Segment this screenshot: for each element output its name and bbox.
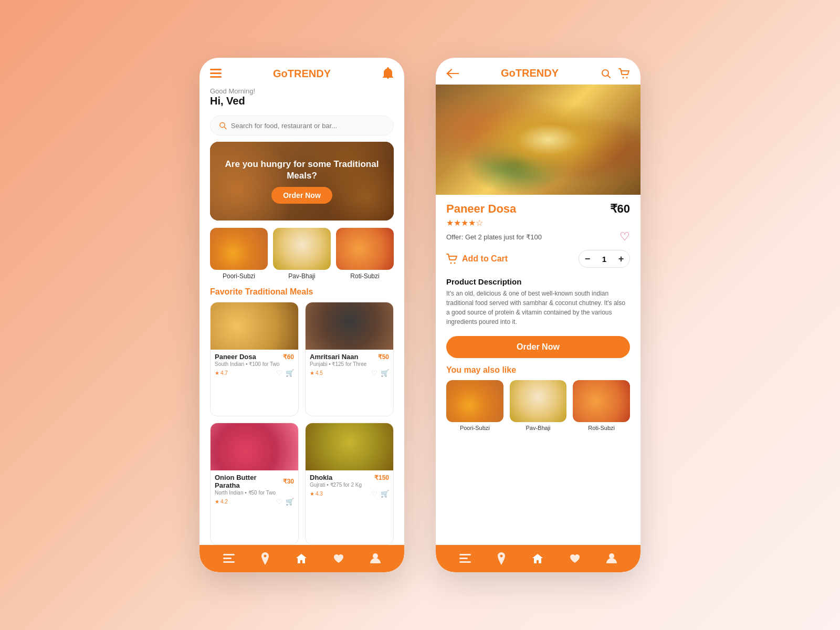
svg-point-11 [622, 77, 624, 78]
quantity-decrease[interactable]: − [579, 250, 596, 267]
meal-card-naan[interactable]: Amritsari Naan ₹50 Punjabi • ₹125 for Th… [305, 302, 394, 416]
nav-profile-left[interactable] [370, 553, 381, 564]
add-to-cart-button[interactable]: Add to Cart [446, 254, 508, 264]
nav-heart-left[interactable] [333, 553, 344, 564]
banner: Are you hungry for some Traditional Meal… [210, 142, 394, 220]
meal-rating-dosa: ★ 4.7 [215, 370, 228, 376]
bottom-nav-right [436, 545, 640, 572]
wish-naan[interactable]: ♡ [371, 369, 377, 377]
right-phone: GoTRENDY Paneer Dosa [436, 58, 640, 572]
wishlist-btn[interactable]: ♡ [620, 230, 630, 244]
svg-point-13 [450, 262, 452, 264]
cart-naan[interactable]: 🛒 [381, 369, 389, 377]
product-image [436, 85, 640, 195]
search-input[interactable] [231, 122, 385, 130]
category-label-pav: Pav-Bhaji [288, 272, 315, 280]
cart-dosa[interactable]: 🛒 [286, 369, 294, 377]
banner-cta[interactable]: Order Now [271, 187, 332, 204]
svg-line-4 [224, 127, 226, 129]
right-app-logo: GoTRENDY [501, 67, 559, 79]
wish-dosa[interactable]: ♡ [276, 369, 282, 377]
meal-card-dosa[interactable]: Paneer Dosa ₹60 South Indian • ₹100 for … [210, 302, 299, 416]
nav-menu-right[interactable] [459, 554, 471, 563]
back-icon[interactable] [446, 69, 459, 78]
meal-sub-naan: Punjabi • ₹125 for Three [310, 361, 389, 367]
you-like-img-pav [510, 380, 567, 422]
quantity-increase[interactable]: + [613, 250, 629, 267]
greeting: Good Morning! Hi, Ved [200, 85, 404, 111]
search-icon-right[interactable] [601, 68, 611, 79]
svg-rect-2 [210, 76, 222, 78]
left-header: GoTRENDY [200, 58, 404, 85]
category-item-poori[interactable]: Poori-Subzi [210, 228, 268, 280]
meal-name-dhokla: Dhokla [310, 474, 332, 481]
meal-sub-dhokla: Gujrati • ₹275 for 2 Kg [310, 482, 389, 488]
meal-card-dhokla[interactable]: Dhokla ₹150 Gujrati • ₹275 for 2 Kg ★ 4.… [305, 423, 394, 545]
wish-paratha[interactable]: ♡ [276, 498, 282, 506]
you-like-roti[interactable]: Roti-Subzi [573, 380, 630, 431]
meal-name-paratha: Onion Butter Paratha [215, 474, 283, 489]
nav-location-right[interactable] [497, 552, 506, 565]
cart-dhokla[interactable]: 🛒 [381, 490, 389, 498]
bottom-nav-left [200, 545, 404, 572]
search-bar[interactable] [210, 116, 394, 135]
meals-grid: Paneer Dosa ₹60 South Indian • ₹100 for … [200, 302, 404, 545]
nav-menu-left[interactable] [223, 554, 235, 563]
you-like-row: Poori-Subzi Pav-Bhaji Roti-Subzi [446, 380, 630, 431]
meal-rating-paratha: ★ 4.2 [215, 499, 228, 505]
meal-img-naan [306, 302, 393, 350]
you-like-poori[interactable]: Poori-Subzi [446, 380, 503, 431]
desc-body: It's an old, delicious & one of best wel… [446, 289, 630, 327]
nav-home-left[interactable] [296, 553, 307, 564]
you-like-img-poori [446, 380, 503, 422]
search-icon [219, 121, 227, 130]
svg-point-14 [454, 262, 456, 264]
offer-text: Offer: Get 2 plates just for ₹100 [446, 233, 542, 241]
meal-price-dhokla: ₹150 [374, 474, 389, 481]
wish-dhokla[interactable]: ♡ [371, 490, 377, 498]
nav-heart-right[interactable] [569, 553, 581, 564]
add-to-cart-row: Add to Cart − 1 + [436, 250, 640, 275]
banner-text: Are you hungry for some Traditional Meal… [216, 159, 387, 182]
meal-card-paratha[interactable]: Onion Butter Paratha ₹30 North Indian • … [210, 423, 299, 545]
product-stars: ★★★★☆ [446, 218, 630, 228]
svg-rect-7 [223, 561, 235, 563]
product-info: Paneer Dosa ₹60 ★★★★☆ Offer: Get 2 plate… [436, 195, 640, 250]
svg-rect-16 [459, 558, 468, 559]
category-img-pav [273, 228, 331, 270]
product-price: ₹60 [610, 202, 630, 216]
section-title: Favorite Traditional Meals [200, 285, 404, 302]
left-phone: GoTRENDY Good Morning! Hi, Ved Are you h… [200, 58, 404, 572]
nav-location-left[interactable] [260, 552, 270, 565]
meal-price-naan: ₹50 [378, 353, 389, 361]
cart-paratha[interactable]: 🛒 [286, 498, 294, 506]
nav-profile-right[interactable] [606, 553, 617, 564]
svg-point-12 [626, 77, 627, 78]
meal-sub-dosa: South Indian • ₹100 for Two [215, 361, 294, 367]
svg-rect-17 [459, 561, 471, 563]
app-logo: GoTRENDY [273, 68, 331, 80]
svg-rect-5 [223, 554, 235, 555]
category-img-poori [210, 228, 268, 270]
category-item-pav[interactable]: Pav-Bhaji [273, 228, 331, 280]
you-may-like: You may also like Poori-Subzi Pav-Bhaji … [436, 363, 640, 435]
nav-home-right[interactable] [532, 553, 543, 564]
meal-img-dosa [211, 302, 298, 350]
category-label-roti: Roti-Subzi [350, 272, 379, 280]
greeting-sub: Good Morning! [210, 87, 394, 95]
product-description: Product Description It's an old, delicio… [436, 275, 640, 332]
quantity-value: 1 [596, 255, 613, 264]
menu-icon[interactable] [210, 69, 222, 78]
cart-icon-right[interactable] [618, 68, 630, 79]
order-now-button[interactable]: Order Now [446, 336, 630, 358]
you-like-pav[interactable]: Pav-Bhaji [510, 380, 567, 431]
meal-name-naan: Amritsari Naan [310, 353, 358, 361]
meal-rating-naan: ★ 4.5 [310, 370, 323, 376]
svg-rect-0 [210, 69, 222, 70]
desc-title: Product Description [446, 277, 630, 286]
right-header: GoTRENDY [436, 58, 640, 85]
notification-icon[interactable] [382, 67, 394, 80]
greeting-main: Hi, Ved [210, 95, 394, 107]
cart-icon-btn [446, 254, 458, 264]
category-item-roti[interactable]: Roti-Subzi [336, 228, 394, 280]
